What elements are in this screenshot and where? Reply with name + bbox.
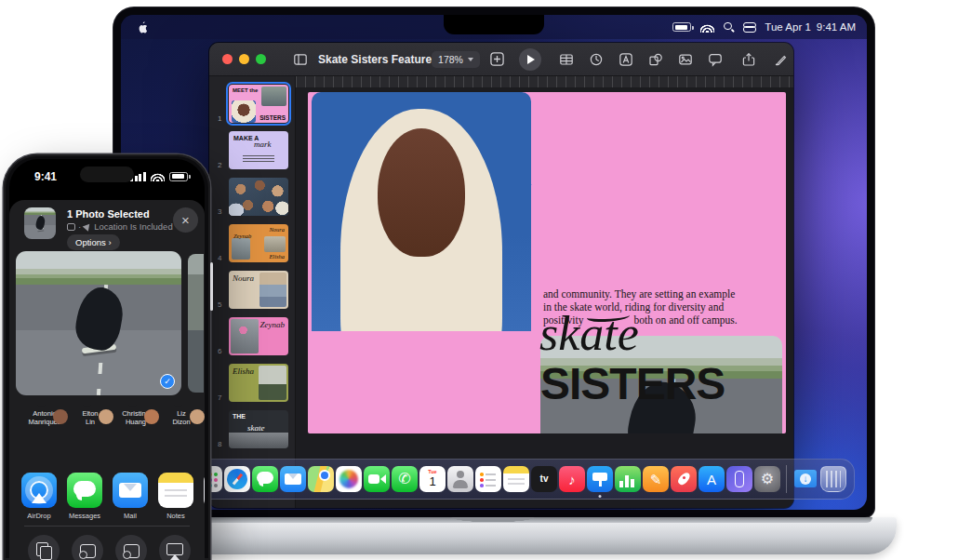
table-icon[interactable] <box>556 49 577 70</box>
contact-antonio-manriquez[interactable]: Antonio Manriquez <box>26 405 63 468</box>
dock-app-tv[interactable]: tv <box>531 462 557 496</box>
slide-outro-bold[interactable]: SISTERS <box>540 362 725 407</box>
dock-app-contacts[interactable] <box>447 462 473 496</box>
dock-app-icon <box>671 466 697 492</box>
fullscreen-window-button[interactable] <box>256 54 266 64</box>
media-type-icon <box>67 223 75 231</box>
view-sidebar-icon[interactable] <box>290 49 311 70</box>
dock-app-pages[interactable]: ✎ <box>643 462 669 496</box>
slide-thumbnail[interactable]: 4 Noura Zeynab Elisha <box>215 223 295 264</box>
shape-icon[interactable] <box>645 49 666 70</box>
options-button[interactable]: Options › <box>67 234 120 250</box>
dock-app-mail[interactable] <box>280 462 306 496</box>
dock-app-phone[interactable]: ✆ <box>392 462 418 496</box>
share-app-airdrop[interactable]: AirDrop <box>21 473 57 520</box>
close-window-button[interactable] <box>222 54 233 64</box>
dock-app-icon <box>280 466 306 492</box>
slide-thumbnail[interactable]: 8 THE skate <box>215 409 295 450</box>
menu-bar-date: Tue Apr 1 <box>765 21 810 33</box>
minimize-window-button[interactable] <box>239 54 249 64</box>
control-center-icon[interactable] <box>743 22 755 33</box>
slide-thumbnail[interactable]: 6 Zeynab <box>215 316 295 357</box>
dock-app-iphone-mirroring[interactable] <box>726 462 752 496</box>
add-slide-button[interactable] <box>487 49 508 70</box>
contact-liz-dizon[interactable]: Liz Dizon <box>163 405 200 468</box>
dock-app-icon: ♪ <box>559 466 585 492</box>
slide-number: 4 <box>218 254 221 262</box>
share-icon[interactable] <box>738 49 759 70</box>
slide-canvas[interactable]: CAMPUS QUARTERLY MEET the This group of … <box>296 88 793 508</box>
apple-menu[interactable] <box>136 17 149 37</box>
zoom-level-value: 178% <box>438 54 463 65</box>
menu-bar-clock[interactable]: Tue Apr 1 9:41 AM <box>765 21 856 33</box>
slide-1-editor[interactable]: CAMPUS QUARTERLY MEET the This group of … <box>308 92 786 433</box>
dock-app-reminders[interactable] <box>475 462 501 496</box>
slide-number: 5 <box>218 300 221 309</box>
selected-checkmark-badge: ✓ <box>160 374 175 389</box>
dock-app-numbers[interactable] <box>615 462 641 496</box>
dock-app-icon <box>364 466 390 492</box>
slide-thumbnail[interactable]: 2 MAKE A mark <box>215 130 295 171</box>
dock-app-maps[interactable] <box>308 462 334 496</box>
chart-icon[interactable] <box>586 49 606 70</box>
slide-thumbnail[interactable]: 1 MEET the SISTERS <box>215 84 295 125</box>
dock-app-divider[interactable] <box>782 462 791 496</box>
slide-thumbnail[interactable]: 7 Elisha <box>215 363 295 404</box>
dock-app-system-settings[interactable]: ⚙ <box>754 462 780 496</box>
dock-app-calendar[interactable]: Tue 1 <box>419 462 446 496</box>
share-app-notes[interactable]: Notes <box>158 473 193 520</box>
dock-app-icon: Tue 1 <box>419 466 446 492</box>
format-brush-icon[interactable] <box>770 49 791 70</box>
iphone-status-icons <box>130 171 188 181</box>
slide-thumbnail[interactable]: 3 <box>215 177 295 218</box>
check-icon: ✓ <box>164 377 171 386</box>
share-action-save-to-files[interactable] <box>72 535 103 560</box>
battery-icon[interactable] <box>672 22 691 32</box>
dock-app-safari[interactable] <box>224 462 250 496</box>
dock-app-icon: A <box>699 466 725 492</box>
share-app-partial-app[interactable] <box>204 473 205 520</box>
inspector-toolbar-group <box>770 49 793 70</box>
share-app-label: AirDrop <box>21 512 57 520</box>
dock-app-music[interactable]: ♪ <box>559 462 585 496</box>
slide-outro-script[interactable]: skate <box>539 310 639 358</box>
share-app-messages[interactable]: Messages <box>67 473 102 520</box>
dock-app-rocket[interactable] <box>671 462 697 496</box>
contact-elton-lin[interactable]: Elton Lin <box>72 405 109 468</box>
dock-app-icon <box>308 466 334 492</box>
close-share-sheet-button[interactable]: × <box>173 207 198 233</box>
share-action-airplay[interactable] <box>159 535 191 560</box>
slide-thumbnail[interactable]: 5 Noura <box>215 270 295 311</box>
dock-app-trash[interactable] <box>820 462 846 496</box>
wifi-icon[interactable] <box>700 22 714 33</box>
share-app-mail[interactable]: Mail <box>113 473 148 520</box>
share-app-label: Mail <box>113 512 148 520</box>
slide-number: 3 <box>218 207 221 216</box>
dock-app-downloads[interactable]: ↓ <box>792 462 818 496</box>
menu-bar-status: Tue Apr 1 9:41 AM <box>672 21 856 33</box>
slide-number: 6 <box>218 347 221 355</box>
dock-app-app-store[interactable]: A <box>699 462 725 496</box>
dock-app-notes[interactable] <box>503 462 529 496</box>
spotlight-search-icon[interactable] <box>724 22 734 33</box>
share-apps-row: AirDrop Messages Mail Notes <box>9 473 205 520</box>
share-app-icon <box>21 473 57 508</box>
macos-desktop-wallpaper: Tue Apr 1 9:41 AM Skate Sisters <box>121 15 867 510</box>
share-action-add-to-album[interactable] <box>115 535 147 560</box>
share-action-copy[interactable] <box>28 535 60 560</box>
macos-dock: ✆ Tue 1 <box>188 459 855 500</box>
dock-app-keynote[interactable] <box>587 462 613 496</box>
selected-photo[interactable]: ✓ <box>16 251 181 395</box>
slide-photo-portrait[interactable] <box>312 92 531 331</box>
text-box-icon[interactable] <box>616 49 636 70</box>
dock-app-photos[interactable] <box>336 462 362 496</box>
dock-app-messages[interactable] <box>252 462 278 496</box>
play-button[interactable] <box>519 48 541 71</box>
next-photo-partial[interactable] <box>188 254 204 393</box>
comment-icon[interactable] <box>705 49 725 70</box>
dock-app-facetime[interactable] <box>364 462 390 496</box>
slide-thumbnail-preview: MAKE A mark <box>229 131 288 169</box>
contact-christine-huang[interactable]: Christine Huang <box>117 405 154 468</box>
media-icon[interactable] <box>675 49 696 70</box>
zoom-control[interactable]: 178% <box>432 51 480 68</box>
